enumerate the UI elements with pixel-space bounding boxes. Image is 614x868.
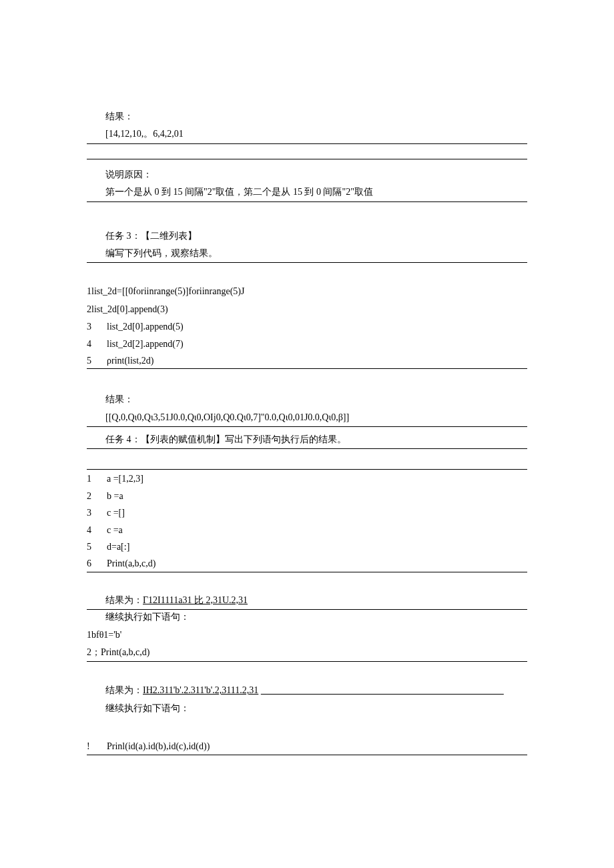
code-line-number: ! [87, 739, 107, 754]
task3-instruction: 编写下列代码，观察结果。 [87, 246, 527, 263]
code-line-text: list_2d[2].append(7) [107, 337, 527, 352]
code-line-text: ρrint(list,2d) [107, 354, 527, 368]
code-line-number: 2 [87, 489, 107, 504]
code2-line1: 1 a =[1,2,3] [87, 472, 527, 486]
code-line-text: c =[] [107, 506, 527, 520]
task3-title: 任务 3：【二维列表】 [87, 229, 527, 244]
result4-row: 结果为：IH2.311'b'.2.311'b'.2,3111.2,31 [87, 683, 527, 698]
code-line-number: 4 [87, 337, 107, 352]
code-line-number: 4 [87, 523, 107, 538]
result3-value: Γ12I1111a31 比 2,31U.2,31 [143, 595, 248, 605]
blank-underline [87, 144, 527, 159]
explain-label: 说明原因： [87, 167, 527, 182]
code-line-number: 1 [87, 472, 107, 486]
code-line-number: 5 [87, 354, 107, 368]
code2-line2: 2 b =a [87, 489, 527, 504]
result3-prefix: 结果为： [105, 595, 143, 605]
code-line-number: 6 [87, 556, 107, 571]
code-line-text: a =[1,2,3] [107, 472, 527, 486]
code1-line4: 4 list_2d[2].append(7) [87, 337, 527, 352]
code2-line6: 6 Print(a,b,c,d) [87, 556, 527, 572]
result4-blank [261, 685, 504, 695]
result3-row: 结果为：Γ12I1111a31 比 2,31U.2,31 [87, 593, 527, 610]
code1-line5: 5 ρrint(list,2d) [87, 354, 527, 369]
explain-value: 第一个是从 0 到 15 间隔"2"取值，第二个是从 15 到 0 间隔"2"取… [87, 185, 527, 201]
result1-label: 结果： [87, 109, 527, 124]
code3-line2: 2；Print(a,b,c,d) [87, 645, 527, 662]
result4-prefix: 结果为： [105, 685, 143, 695]
continue2: 继续执行如下语句： [87, 701, 527, 716]
document-page: 结果： [14,12,10,。6,4,2,01 说明原因： 第一个是从 0 到 … [0, 0, 614, 868]
code-line-number: 5 [87, 540, 107, 554]
code2-line3: 3 c =[] [87, 506, 527, 520]
code-line-text: d=a[:] [107, 540, 527, 554]
code-line-text: Prinl(id(a).id(b),id(c),id(d)) [107, 739, 527, 754]
code-line-text: Print(a,b,c,d) [107, 556, 527, 571]
code2-line4: 4 c =a [87, 523, 527, 538]
code-line-number: 3 [87, 320, 107, 334]
result2-value: [[Q,0,Qι0,Qι3,51J0.0,Qι0,OIj0,Q0.Qι0,7]"… [87, 410, 527, 427]
code1-line2: 2list_2d[0].append(3) [87, 302, 527, 317]
rule [87, 469, 527, 470]
task4-title: 任务 4：【列表的赋值机制】写出下列语句执行后的结果。 [87, 432, 527, 449]
code-line-text: c =a [107, 523, 527, 538]
code1-line1: 1list_2d=[[0foriinrange(5)]foriinrange(5… [87, 284, 527, 299]
code-line-number: 3 [87, 506, 107, 520]
code1-line3: 3 list_2d[0].append(5) [87, 320, 527, 334]
code4-line1: ! Prinl(id(a).id(b),id(c),id(d)) [87, 739, 527, 755]
result4-value: IH2.311'b'.2.311'b'.2,3111.2,31 [143, 685, 258, 695]
continue1: 继续执行如下语句： [87, 610, 527, 624]
code3-line1: 1bfθ1='b' [87, 628, 527, 642]
result1-value: [14,12,10,。6,4,2,01 [87, 127, 527, 143]
code2-line5: 5 d=a[:] [87, 540, 527, 554]
result2-label: 结果： [87, 392, 527, 407]
code-line-text: list_2d[0].append(5) [107, 320, 527, 334]
code-line-text: b =a [107, 489, 527, 504]
